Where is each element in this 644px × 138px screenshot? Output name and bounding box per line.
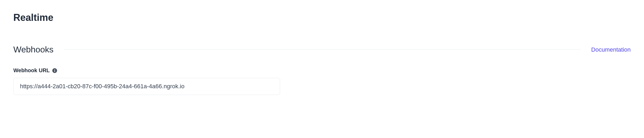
info-icon[interactable] [52,68,57,73]
section-header: Webhooks Documentation [13,45,631,55]
documentation-link[interactable]: Documentation [591,46,631,53]
svg-rect-1 [54,70,55,72]
page-title: Realtime [13,12,631,23]
svg-rect-2 [54,69,55,70]
section-divider [64,49,581,50]
webhook-url-label: Webhook URL [13,67,50,74]
webhook-url-label-row: Webhook URL [13,67,631,74]
webhook-url-input[interactable] [13,78,280,95]
section-title: Webhooks [13,45,54,55]
